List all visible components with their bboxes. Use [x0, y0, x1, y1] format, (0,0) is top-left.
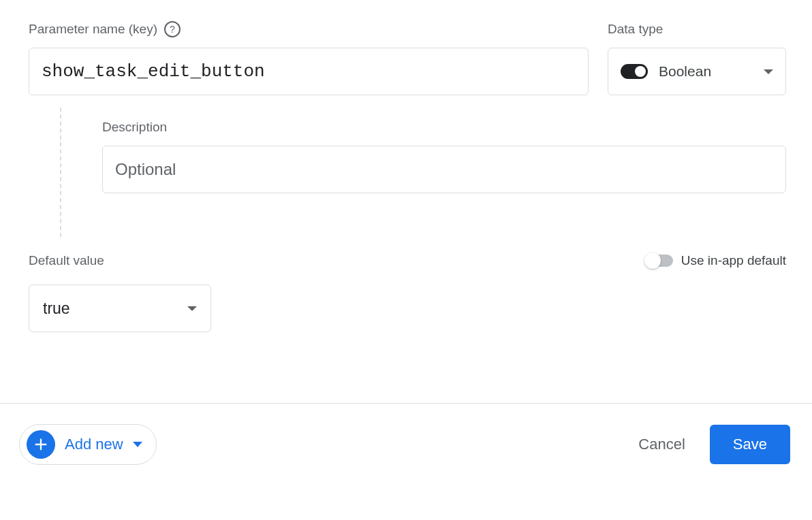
default-value-text: true — [43, 299, 70, 318]
add-new-label: Add new — [65, 436, 123, 453]
add-new-button[interactable]: Add new — [19, 424, 157, 465]
default-value-label: Default value — [29, 253, 104, 268]
chevron-down-icon — [133, 442, 142, 447]
description-input[interactable] — [102, 146, 786, 193]
chevron-down-icon — [187, 306, 197, 311]
in-app-default-label: Use in-app default — [681, 253, 786, 268]
boolean-icon — [621, 64, 648, 79]
save-button[interactable]: Save — [710, 425, 790, 464]
default-value-select[interactable]: true — [29, 285, 211, 332]
parameter-name-label: Parameter name (key) ? — [29, 19, 589, 39]
plus-icon — [27, 430, 55, 459]
datatype-label: Data type — [608, 19, 786, 39]
datatype-select[interactable]: Boolean — [608, 48, 786, 95]
cancel-button[interactable]: Cancel — [638, 436, 685, 453]
parameter-name-label-text: Parameter name (key) — [29, 22, 157, 37]
indent-guide — [60, 108, 61, 237]
toggle-switch-icon — [646, 255, 673, 267]
in-app-default-toggle[interactable]: Use in-app default — [646, 253, 786, 268]
parameter-name-input[interactable] — [29, 48, 589, 95]
description-label: Description — [102, 117, 786, 137]
datatype-value: Boolean — [659, 63, 753, 80]
help-icon[interactable]: ? — [164, 21, 181, 37]
chevron-down-icon — [764, 69, 773, 74]
